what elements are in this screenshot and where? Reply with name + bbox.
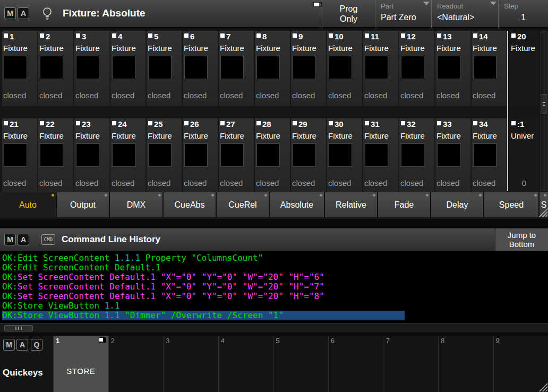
command-history-line[interactable]: OK:Edit ScreenContent 1.1.1 Property "Co… — [2, 253, 548, 263]
tab-indicator-dot — [544, 194, 546, 197]
step-field[interactable]: Step 1 — [498, 0, 548, 28]
fixture-cell[interactable]: 22Fixtureclosed — [38, 118, 73, 194]
fixture-cell[interactable]: 29Fixtureclosed — [291, 118, 326, 194]
fixture-cell[interactable]: 21Fixtureclosed — [2, 118, 37, 194]
channel-indicator-icon — [437, 33, 441, 38]
command-history-line[interactable]: OK:Set ScreenContent Default.1 "X"="0" "… — [2, 272, 548, 282]
fixture-cell[interactable]: 13Fixtureclosed — [435, 31, 470, 106]
command-history-line[interactable]: OK:Set ScreenContent Default.1 "X"="0" "… — [2, 282, 548, 292]
tab-cueabs[interactable]: CueAbs — [164, 192, 216, 217]
part-selector[interactable]: Part Part Zero — [375, 0, 431, 28]
command-history-line[interactable]: OK:Edit ScreenContent Default.1 — [2, 263, 548, 272]
fixture-name: Fixture — [75, 131, 109, 140]
quickey-slot[interactable]: 3 — [163, 336, 218, 392]
quickey-slot[interactable]: 7 — [383, 336, 438, 392]
fixture-cell[interactable]: 26Fixtureclosed — [183, 118, 218, 194]
tab-indicator-dot — [534, 194, 537, 197]
tab-speed[interactable]: Speed — [484, 192, 538, 217]
fixture-value-box — [184, 56, 208, 79]
channel-indicator-icon — [112, 33, 116, 38]
fixture-cell[interactable]: 25Fixtureclosed — [147, 118, 182, 194]
command-history-line[interactable]: OK:Set ScreenContent Default.1 "X"="0" "… — [2, 292, 548, 301]
fixture-number: 24 — [118, 120, 127, 129]
fixture-name: Fixture — [220, 131, 254, 140]
jump-to-bottom-button[interactable]: Jump to Bottom — [495, 228, 548, 251]
fixture-value-box — [329, 56, 352, 79]
fixture-cell[interactable]: :1Univer0 — [510, 118, 538, 194]
fixture-value-box — [437, 143, 460, 167]
fixture-cell[interactable]: 32Fixtureclosed — [399, 118, 434, 194]
quickey-slot[interactable]: 9 — [493, 336, 548, 392]
fixture-cell[interactable]: 11Fixtureclosed — [363, 31, 398, 106]
fixture-name: Fixture — [473, 44, 507, 53]
fixture-cell[interactable]: 8Fixtureclosed — [255, 31, 290, 106]
tab-output[interactable]: Output — [57, 192, 109, 217]
command-history-line[interactable]: OK:Store ViewButton 1.1 "Dimmer" /Overwr… — [2, 311, 548, 320]
fixture-cell[interactable]: 30Fixtureclosed — [327, 118, 362, 194]
fixture-status: closed — [292, 178, 315, 188]
command-history-line[interactable]: OK:Store ViewButton 1.1 — [2, 301, 548, 311]
fixture-cell[interactable]: 6Fixtureclosed — [183, 31, 218, 106]
quickey-slot[interactable]: 8 — [438, 336, 493, 392]
fixture-cell[interactable]: 12Fixtureclosed — [399, 31, 434, 106]
fixture-cell[interactable]: 31Fixtureclosed — [363, 118, 398, 194]
tab-absolute[interactable]: Absolute — [270, 192, 324, 217]
readout-selector[interactable]: Readout <Natural> — [431, 0, 498, 28]
vertical-scrollbar[interactable] — [541, 31, 547, 191]
fixture-value-box — [473, 56, 496, 79]
fixture-cell[interactable]: 14Fixtureclosed — [472, 31, 507, 106]
fixture-name: Fixture — [292, 131, 326, 140]
tab-relative[interactable]: Relative — [325, 192, 377, 217]
cmd-segment: Set ScreenContent Default.1 "X"="0" "Y"=… — [18, 282, 324, 292]
channel-indicator-icon — [473, 121, 477, 125]
vertical-scrollbar-handle[interactable] — [542, 94, 546, 114]
fixture-number: 23 — [82, 120, 91, 129]
fixture-number: 32 — [407, 120, 416, 129]
fixture-status: closed — [39, 178, 62, 188]
fixture-name: Fixture — [328, 131, 362, 140]
fixture-cell[interactable]: 28Fixtureclosed — [255, 118, 290, 194]
horizontal-scrollbar[interactable] — [0, 323, 548, 333]
fixture-value-box — [256, 143, 280, 167]
quickey-slot[interactable]: 2 — [108, 336, 164, 392]
fixture-status: closed — [473, 178, 495, 188]
fixture-number: 34 — [479, 120, 488, 129]
fixture-cell[interactable]: 24Fixtureclosed — [110, 118, 145, 194]
fixture-status: closed — [3, 91, 26, 100]
tab-indicator-dot — [158, 194, 161, 197]
quickey-slot[interactable]: 4 — [218, 336, 273, 392]
tab-cuerel[interactable]: CueRel — [217, 192, 269, 217]
fixture-cell[interactable]: 7Fixtureclosed — [219, 31, 254, 106]
dropdown-triangle-icon — [423, 2, 430, 5]
column-splitter[interactable] — [507, 31, 508, 191]
quickey-slot[interactable]: 1STORE — [53, 336, 108, 392]
fixture-cell[interactable]: 4Fixtureclosed — [110, 31, 145, 106]
fixture-cell[interactable]: 5Fixtureclosed — [147, 31, 182, 106]
fixture-number: 6 — [190, 32, 194, 41]
fixture-cell[interactable]: 3Fixtureclosed — [74, 31, 109, 106]
fixture-cell[interactable]: 10Fixtureclosed — [327, 31, 362, 106]
fixture-cell[interactable]: 33Fixtureclosed — [435, 118, 470, 194]
tab-dmx[interactable]: DMX — [110, 192, 162, 217]
horizontal-scrollbar-handle[interactable] — [4, 325, 33, 331]
quickey-slot[interactable]: 6 — [328, 336, 383, 392]
channel-indicator-icon — [293, 121, 297, 125]
quickey-slot[interactable]: 5 — [273, 336, 328, 392]
fixture-status: closed — [328, 91, 351, 100]
prog-only-button[interactable]: Prog Only — [322, 0, 375, 28]
fixture-cell[interactable]: 1Fixtureclosed — [2, 31, 37, 106]
tab-label: CueAbs — [175, 200, 205, 210]
fixture-cell[interactable]: 9Fixtureclosed — [291, 31, 326, 106]
channel-indicator-icon — [220, 121, 225, 125]
fixture-cell[interactable]: 2Fixtureclosed — [38, 31, 73, 106]
fixture-number: 33 — [443, 120, 452, 129]
fixture-cell[interactable]: 34Fixtureclosed — [472, 118, 507, 194]
tab-label: DMX — [127, 200, 146, 210]
tab-delay[interactable]: Delay — [431, 192, 483, 217]
fixture-name: Fixture — [292, 44, 326, 53]
fixture-cell[interactable]: 27Fixtureclosed — [219, 118, 254, 194]
tab-fade[interactable]: Fade — [378, 192, 430, 217]
fixture-cell[interactable]: 20Fixture — [510, 31, 538, 106]
fixture-cell[interactable]: 23Fixtureclosed — [74, 118, 109, 194]
tab-auto[interactable]: Auto — [0, 192, 56, 217]
